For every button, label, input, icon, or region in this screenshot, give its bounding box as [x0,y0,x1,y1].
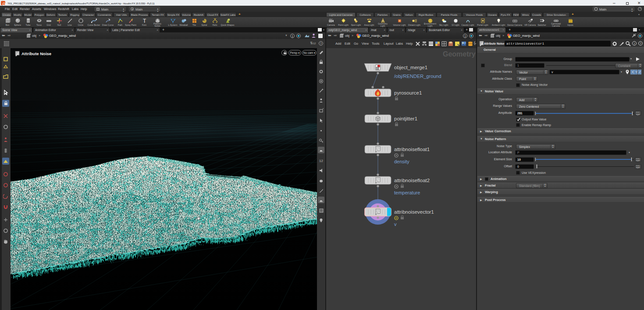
svg-text:pyrosource1: pyrosource1 [394,90,422,95]
svg-text:temperature: temperature [394,190,420,195]
svg-text:12: 12 [319,159,323,163]
svg-text:pointjitter1: pointjitter1 [394,116,417,121]
svg-text:attribnoisefloat2: attribnoisefloat2 [394,178,430,183]
svg-text:v: v [394,222,397,227]
svg-text:attribnoisevector1: attribnoisevector1 [394,209,434,215]
svg-text:T: T [143,18,146,24]
